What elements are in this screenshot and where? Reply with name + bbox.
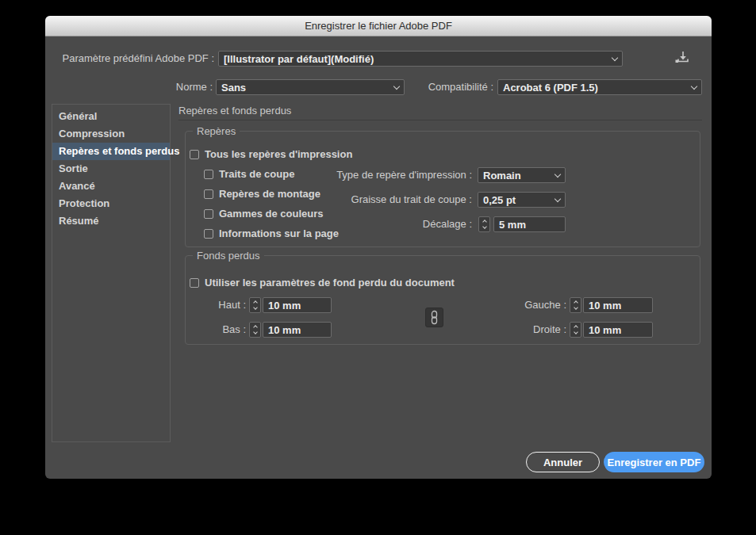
haut-value: 10 mm — [268, 300, 301, 311]
sidebar-item-avance[interactable]: Avancé — [52, 178, 170, 195]
haut-stepper[interactable] — [249, 297, 261, 313]
stepper-down-icon[interactable] — [574, 330, 578, 334]
fonds-perdus-legend: Fonds perdus — [193, 250, 264, 262]
graisse-label: Graisse du trait de coupe : — [313, 192, 472, 208]
checkbox-traits-coupe[interactable]: Traits de coupe — [204, 169, 294, 179]
save-preset-button[interactable] — [672, 49, 694, 68]
sidebar-item-compression[interactable]: Compression — [52, 125, 170, 143]
type-repere-select[interactable]: Romain — [478, 167, 566, 183]
norme-select[interactable]: Sans — [216, 79, 405, 95]
chevron-down-icon — [393, 82, 400, 89]
decalage-field[interactable]: 5 mm — [493, 216, 566, 232]
checkbox-icon[interactable] — [204, 170, 213, 179]
sidebar-item-resume[interactable]: Résumé — [52, 212, 170, 230]
bas-value: 10 mm — [268, 324, 301, 336]
save-pdf-dialog: Enregistrer le fichier Adobe PDF Paramèt… — [45, 16, 712, 479]
graisse-value: 0,25 pt — [483, 194, 516, 206]
compat-select[interactable]: Acrobat 6 (PDF 1.5) — [497, 79, 702, 95]
droite-label: Droite : — [503, 322, 566, 338]
chain-link-icon — [429, 310, 439, 325]
graisse-select[interactable]: 0,25 pt — [478, 192, 566, 208]
type-repere-value: Romain — [483, 170, 521, 182]
checkbox-icon[interactable] — [204, 189, 213, 199]
decalage-stepper[interactable] — [478, 216, 490, 232]
gauche-field[interactable]: 10 mm — [583, 297, 653, 313]
chevron-down-icon — [555, 195, 561, 201]
stepper-down-icon[interactable] — [574, 305, 578, 310]
cancel-button[interactable]: Annuler — [526, 452, 600, 472]
download-icon — [674, 51, 692, 65]
sidebar-item-reperes-fonds-perdus[interactable]: Repères et fonds perdus — [52, 143, 170, 160]
checkbox-informations-page[interactable]: Informations sur la page — [204, 228, 339, 239]
preset-value: [Illustrator par défaut](Modifié) — [224, 53, 374, 65]
checkbox-icon[interactable] — [190, 278, 199, 288]
bas-stepper[interactable] — [249, 322, 261, 338]
panel-divider — [178, 120, 702, 120]
checkbox-fond-perdu-document[interactable]: Utiliser les paramètres de fond perdu du… — [190, 277, 455, 288]
type-repere-label: Type de repère d'impression : — [313, 167, 472, 183]
haut-field[interactable]: 10 mm — [263, 297, 332, 313]
checkbox-gammes-couleurs[interactable]: Gammes de couleurs — [204, 208, 324, 219]
title-bar: Enregistrer le fichier Adobe PDF — [45, 16, 712, 36]
checkbox-icon[interactable] — [190, 150, 199, 159]
norme-value: Sans — [221, 82, 246, 94]
droite-field[interactable]: 10 mm — [583, 322, 653, 338]
haut-label: Haut : — [190, 297, 246, 313]
sidebar-item-sortie[interactable]: Sortie — [52, 160, 170, 178]
gauche-label: Gauche : — [503, 297, 566, 313]
chevron-down-icon — [555, 170, 561, 177]
stepper-down-icon[interactable] — [253, 305, 258, 310]
panel-title: Repères et fonds perdus — [178, 105, 291, 117]
link-values-toggle[interactable] — [425, 308, 443, 327]
compat-label: Compatibilité : — [406, 79, 493, 95]
decalage-value: 5 mm — [499, 219, 526, 231]
checkbox-icon[interactable] — [204, 229, 213, 239]
checkbox-tous-reperes[interactable]: Tous les repères d'impression — [190, 149, 352, 159]
norme-label: Norme : — [61, 79, 213, 95]
bas-field[interactable]: 10 mm — [263, 322, 332, 338]
dialog-title: Enregistrer le fichier Adobe PDF — [305, 20, 452, 32]
droite-value: 10 mm — [589, 324, 621, 336]
stepper-down-icon[interactable] — [253, 330, 258, 334]
decalage-label: Décalage : — [393, 216, 472, 232]
chevron-down-icon — [612, 54, 618, 60]
save-pdf-button[interactable]: Enregistrer en PDF — [604, 452, 704, 472]
reperes-legend: Repères — [193, 125, 240, 137]
sidebar-item-general[interactable]: Général — [52, 108, 170, 125]
preset-select[interactable]: [Illustrator par défaut](Modifié) — [218, 51, 623, 67]
checkbox-reperes-montage[interactable]: Repères de montage — [204, 189, 320, 199]
gauche-value: 10 mm — [589, 300, 621, 311]
gauche-stepper[interactable] — [570, 297, 581, 313]
bas-label: Bas : — [190, 322, 246, 338]
checkbox-icon[interactable] — [204, 209, 213, 219]
stepper-down-icon[interactable] — [482, 224, 487, 229]
settings-category-list: Général Compression Repères et fonds per… — [52, 104, 171, 442]
droite-stepper[interactable] — [570, 322, 581, 338]
preset-label: Paramètre prédéfini Adobe PDF : — [61, 51, 214, 67]
chevron-down-icon — [691, 82, 697, 89]
compat-value: Acrobat 6 (PDF 1.5) — [503, 82, 598, 94]
sidebar-item-protection[interactable]: Protection — [52, 195, 170, 212]
